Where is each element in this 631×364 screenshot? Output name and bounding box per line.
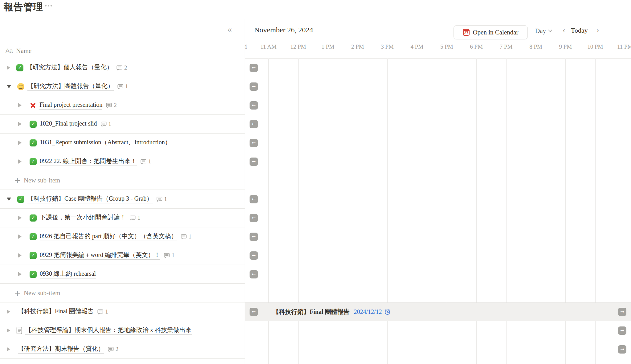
due-date-value: 2024/12/12 <box>354 308 382 315</box>
comment-count[interactable]: 1 <box>181 233 192 240</box>
hour-label: 12 PM <box>290 43 306 50</box>
expand-toggle-icon[interactable] <box>18 234 22 239</box>
scroll-to-past-event-badge[interactable]: ← <box>250 158 258 166</box>
task-title[interactable]: 【研究方法】個人報告（量化） <box>26 63 113 72</box>
hour-label: 2 PM <box>351 43 364 50</box>
task-title[interactable]: Final project presentation <box>39 101 102 110</box>
new-sub-item-row[interactable]: +New sub-item <box>0 284 245 302</box>
hour-label: 10 PM <box>587 43 603 50</box>
comment-count[interactable]: 1 <box>140 158 151 165</box>
scroll-to-past-event-badge[interactable]: ← <box>250 64 258 72</box>
scroll-to-past-event-badge[interactable]: ← <box>250 82 258 91</box>
task-title[interactable]: 【科技行銷】Case 團體報告（Group 3 - Grab） <box>27 195 153 203</box>
comment-count-value: 1 <box>137 214 140 221</box>
expand-toggle-icon[interactable] <box>18 216 22 220</box>
scroll-to-event-end-badge[interactable]: → <box>618 308 626 316</box>
comment-count-value: 1 <box>172 252 175 259</box>
open-in-calendar-button[interactable]: 27 Open in Calendar <box>454 25 528 39</box>
expand-toggle-icon[interactable] <box>18 159 22 164</box>
table-row: 【研究方法】期末報告（質化）2 <box>0 340 245 359</box>
collapse-panel-icon[interactable]: « <box>227 25 232 34</box>
task-title[interactable]: 1020_Final project slid <box>40 120 97 128</box>
event-due-date[interactable]: 2024/12/12 <box>354 308 391 315</box>
scroll-to-past-event-badge[interactable]: ← <box>250 233 258 241</box>
comment-count[interactable]: 1 <box>117 83 128 90</box>
timeline-event-bar[interactable]: ←【科技行銷】Final 團體報告2024/12/12→ <box>245 302 631 321</box>
plus-icon: + <box>14 289 21 297</box>
scroll-to-past-event-badge[interactable]: ← <box>250 214 258 222</box>
hour-label: 9 PM <box>559 43 572 50</box>
report-management-page: 報告管理 Aa Name ✓【研究方法】個人報告（量化）2【研究方法】團體報告（… <box>0 0 631 364</box>
task-title[interactable]: 0926 把自己報告的 part 順好（中文）（含英文稿） <box>40 232 177 241</box>
table-row: 【科技行銷】Final 團體報告1 <box>0 302 245 321</box>
calendar-day-number: 27 <box>464 31 469 35</box>
scroll-to-past-event-badge[interactable]: ← <box>250 139 258 147</box>
comment-count[interactable]: 2 <box>108 346 119 353</box>
expand-toggle-icon[interactable] <box>7 328 10 333</box>
scroll-to-past-event-badge[interactable]: ← <box>250 270 258 278</box>
timeline-panel: November 26, 2024 10 AM11 AM12 PM1 PM2 P… <box>245 0 631 364</box>
comment-count[interactable]: 2 <box>116 64 127 71</box>
event-bar-content: 【科技行銷】Final 團體報告2024/12/12 <box>273 303 391 321</box>
scroll-to-past-event-badge[interactable]: ← <box>250 120 258 128</box>
expand-toggle-icon[interactable] <box>18 103 22 107</box>
expand-toggle-icon[interactable] <box>18 253 22 258</box>
comment-count-value: 1 <box>164 196 167 202</box>
page-menu-dots-icon[interactable] <box>45 5 52 6</box>
check-glyph: ✓ <box>31 272 35 277</box>
comment-icon <box>97 309 104 315</box>
scroll-to-past-event-badge[interactable]: ← <box>250 251 258 260</box>
expand-toggle-icon[interactable] <box>18 272 22 276</box>
view-mode-dropdown[interactable]: Day <box>535 27 552 35</box>
table-row: 【科技管理導論】期末個人報告：把地緣政治 x 科技業做出來 <box>0 321 245 340</box>
task-title[interactable]: 0922 22. 線上開會：把問卷生出來！ <box>40 157 137 166</box>
arrow-left-icon: ← <box>252 253 256 258</box>
task-title[interactable]: 0929 把簡報美編＋word 編排完畢（英文）！ <box>40 251 160 260</box>
comment-count[interactable]: 1 <box>100 121 112 127</box>
today-button[interactable]: Today <box>571 26 588 34</box>
comment-count[interactable]: 1 <box>129 214 140 221</box>
table-row: ✓1031_Report submission（Abstract、Introdu… <box>0 134 245 152</box>
task-title[interactable]: 1031_Report submission（Abstract、Introduc… <box>40 138 171 147</box>
task-title[interactable]: 【科技行銷】Final 團體報告 <box>18 307 94 316</box>
checked-checkbox-icon: ✓ <box>30 271 37 278</box>
hour-label: 4 PM <box>411 43 424 50</box>
task-title[interactable]: 【研究方法】期末報告（質化） <box>18 345 104 354</box>
arrow-left-icon: ← <box>252 159 256 164</box>
task-title[interactable]: 下課後，第一次小組開會討論！ <box>40 214 126 222</box>
comment-count[interactable]: 2 <box>106 102 117 109</box>
scroll-to-past-event-badge[interactable]: ← <box>250 195 258 203</box>
timeline-date-title: November 26, 2024 <box>254 26 313 34</box>
expand-toggle-icon[interactable] <box>7 310 10 314</box>
check-glyph: ✓ <box>31 253 35 258</box>
scroll-to-future-event-badge[interactable]: → <box>618 326 626 335</box>
collapse-toggle-icon[interactable] <box>7 85 11 88</box>
task-title[interactable]: 0930 線上約 rehearsal <box>40 270 96 278</box>
prev-day-button[interactable]: ‹ <box>563 25 565 35</box>
comment-count[interactable]: 1 <box>164 252 175 259</box>
task-title[interactable]: 【研究方法】團體報告（量化） <box>27 82 114 91</box>
next-day-button[interactable]: › <box>596 25 599 35</box>
scroll-to-past-event-badge[interactable]: ← <box>250 101 258 110</box>
comment-count[interactable]: 1 <box>97 308 108 315</box>
expand-toggle-icon[interactable] <box>7 66 10 70</box>
open-in-calendar-label: Open in Calendar <box>473 29 518 36</box>
checked-checkbox-icon: ✓ <box>30 233 37 240</box>
collapse-toggle-icon[interactable] <box>7 198 11 201</box>
expand-toggle-icon[interactable] <box>18 141 22 145</box>
scroll-to-event-start-badge[interactable]: ← <box>250 308 258 316</box>
new-sub-item-label: New sub-item <box>24 289 60 297</box>
check-glyph: ✓ <box>31 215 35 220</box>
expand-toggle-icon[interactable] <box>7 347 10 351</box>
checked-checkbox-icon: ✓ <box>30 158 37 165</box>
scroll-to-future-event-badge[interactable]: → <box>618 345 626 354</box>
event-title: 【科技行銷】Final 團體報告 <box>273 308 349 316</box>
table-row: Final project presentation2 <box>0 96 245 115</box>
check-glyph: ✓ <box>31 159 35 164</box>
expand-toggle-icon[interactable] <box>18 122 22 126</box>
comment-count[interactable]: 1 <box>156 196 167 202</box>
name-column-header[interactable]: Name <box>16 47 31 55</box>
new-sub-item-row[interactable]: +New sub-item <box>0 171 245 190</box>
comment-icon <box>116 65 123 71</box>
task-title[interactable]: 【科技管理導論】期末個人報告：把地緣政治 x 科技業做出來 <box>25 326 192 335</box>
